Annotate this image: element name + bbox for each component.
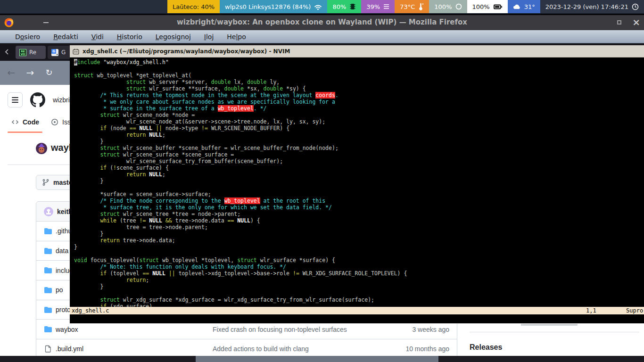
status-segment-label: 100% [472, 3, 490, 10]
status-segment-clock[interactable]: 2023-12-29 (ven) 17:46:21 [540, 0, 644, 13]
code-line [74, 66, 644, 72]
forward-button[interactable]: → [23, 66, 38, 81]
cloud-icon [513, 4, 521, 9]
file-icon [44, 345, 52, 354]
code-line: struct wlr_scene_buffer *scene_buffer = … [74, 145, 644, 151]
code-line [74, 290, 644, 296]
code-line: } [74, 178, 644, 184]
hamburger-menu-button[interactable] [8, 92, 23, 107]
scrollbar-thumb[interactable] [196, 356, 438, 362]
reload-button[interactable]: ↻ [41, 66, 57, 81]
status-segment-weather[interactable]: 31° [508, 0, 540, 13]
code-line: void focus_toplevel(struct wb_toplevel *… [74, 257, 644, 263]
menu-iloj[interactable]: Iloj [198, 33, 221, 41]
firefox-menubar: DosieroRedaktiVidiHistorioLegosignojIloj… [0, 30, 644, 43]
file-name[interactable]: po [56, 286, 63, 294]
code-line: if (!scene_surface) { [74, 165, 644, 171]
partial-text-sliver [521, 324, 578, 326]
code-editor[interactable]: #include "waybox/xdg_shell.h" struct wb_… [70, 58, 644, 307]
code-line: tree = tree->node.parent; [74, 224, 644, 230]
code-line: struct wlr_scene_surface *scene_surface … [74, 151, 644, 158]
menu-historio[interactable]: Historio [110, 33, 149, 41]
status-segment-cpu[interactable]: 80% [327, 0, 361, 13]
wifi-icon [314, 3, 322, 10]
close-button[interactable]: × [632, 16, 640, 28]
horizontal-scrollbar[interactable] [0, 356, 644, 362]
nvim-terminal-window: xdg_shell.c (~/Elŝutoj/programs/wayland/… [70, 45, 644, 323]
terminal-title: xdg_shell.c (~/Elŝutoj/programs/wayland/… [83, 48, 290, 55]
file-name[interactable]: data [56, 247, 68, 255]
statusline-ruler: 1,1 [586, 307, 596, 314]
tab-code[interactable]: Code [11, 118, 39, 126]
status-segment-label: 73°C [400, 3, 415, 10]
status-segment-label: wlp2s0 Linksys12876 (84%) [225, 3, 311, 10]
menu-vidi[interactable]: Vidi [85, 33, 110, 41]
menu-redakti[interactable]: Redakti [47, 33, 85, 41]
status-segment-memory[interactable]: 39% [361, 0, 395, 13]
code-line: *surface = scene_surface->surface; [74, 191, 644, 197]
commit-date[interactable]: 10 months ago [405, 345, 449, 353]
back-button[interactable]: ← [4, 66, 19, 81]
code-line: } [74, 283, 644, 290]
issues-icon [51, 118, 58, 126]
commit-date[interactable]: 3 weeks ago [412, 326, 449, 333]
commit-message[interactable]: Fixed crash on focusing non-toplevel sur… [213, 326, 347, 333]
status-segment-volume[interactable]: Laŭteco: 40% [167, 0, 220, 13]
commit-message[interactable]: Added actions to build with clang [213, 345, 309, 353]
code-line [74, 184, 644, 191]
code-line: } [74, 138, 644, 145]
branch-icon [42, 179, 50, 186]
code-line: if (xdg_surface) [74, 303, 644, 307]
repo-owner-avatar[interactable] [36, 143, 47, 154]
terminal-titlebar[interactable]: xdg_shell.c (~/Elŝutoj/programs/wayland/… [70, 45, 644, 58]
code-line: #include "waybox/xdg_shell.h" [74, 59, 644, 66]
tab-scroll-left-icon[interactable] [4, 49, 10, 55]
status-bar: Laŭteco: 40%wlp2s0 Linksys12876 (84%)80%… [0, 0, 644, 14]
tab-code-label: Code [23, 118, 39, 126]
status-segment-network[interactable]: wlp2s0 Linksys12876 (84%) [220, 0, 327, 13]
menu-legosignoj[interactable]: Legosignoj [149, 33, 198, 41]
github-logo-icon[interactable] [30, 92, 45, 107]
code-line: return NULL; [74, 132, 644, 138]
code-line: * surface in the surface tree of a wb_to… [74, 105, 644, 112]
menu-dosiero[interactable]: Dosiero [8, 33, 47, 41]
code-line: struct wlr_scene_tree *tree = node->pare… [74, 211, 644, 217]
vim-command-area [70, 314, 644, 323]
status-segment-temperature[interactable]: 73°C [395, 0, 429, 13]
battery-icon [493, 4, 503, 10]
folder-icon [44, 266, 52, 275]
file-name[interactable]: .build.yml [56, 345, 83, 353]
file-name[interactable]: waybox [56, 326, 78, 333]
maximize-button[interactable] [617, 20, 621, 25]
code-line: } [74, 244, 644, 250]
releases-heading[interactable]: Releases [470, 343, 502, 352]
status-segment-disk[interactable]: 100% [429, 0, 467, 13]
statusline-filename: xdg_shell.c [72, 307, 109, 314]
committer-avatar[interactable] [44, 207, 53, 216]
status-segment-label: 31° [524, 3, 535, 10]
folder-icon [44, 247, 52, 256]
browser-tab-0[interactable]: REVORe [16, 46, 46, 59]
code-line: } [74, 230, 644, 237]
code-line: struct wlr_scene_node *node = [74, 112, 644, 118]
chip-icon [349, 3, 356, 10]
code-line: * we only care about surface nodes as we… [74, 99, 644, 105]
vim-statusline: xdg_shell.c 1,1 Supro [70, 307, 644, 314]
menu-helpo[interactable]: Helpo [220, 33, 252, 41]
desktop: Laŭteco: 40%wlp2s0 Linksys12876 (84%)80%… [0, 0, 644, 362]
code-line: wlr_scene_surface_try_from_buffer(scene_… [74, 158, 644, 165]
bars-icon [383, 4, 389, 9]
code-line [74, 250, 644, 257]
code-line: while (tree != NULL && tree->node.data =… [74, 217, 644, 224]
status-segment-label: Laŭteco: 40% [173, 3, 215, 10]
gtranslate-tab-icon: G▴ [51, 49, 58, 56]
firefox-titlebar: wizbright/waybox: An openbox clone on Wa… [0, 15, 644, 30]
folder-icon [44, 286, 52, 295]
code-icon [11, 118, 19, 126]
code-line: return; [74, 277, 644, 283]
status-segment-label: 80% [332, 3, 346, 10]
status-segment-label: 39% [366, 3, 380, 10]
sidebar-divider [470, 332, 639, 332]
code-line: /* Note: this function only deals with k… [74, 263, 644, 270]
status-segment-battery[interactable]: 100% [467, 0, 508, 13]
